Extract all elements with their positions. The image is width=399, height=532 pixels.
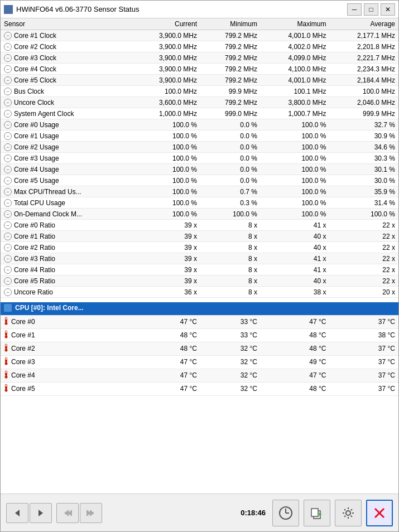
table-row: −Core #3 Usage100.0 %0.0 %100.0 %30.3 % <box>1 153 398 164</box>
table-row: −Core #1 Ratio39 x8 x40 x22 x <box>1 231 398 242</box>
table-row: Core #1 48 °C33 °C48 °C38 °C <box>1 328 398 342</box>
sensor-table: Sensor Current Minimum Maximum Average −… <box>1 18 398 396</box>
table-row: −Core #4 Clock3,900.0 MHz799.2 MHz4,100.… <box>1 64 398 75</box>
nav-back-button[interactable] <box>6 503 28 523</box>
current-value: 100.0 % <box>132 164 200 175</box>
maximum-value: 100.0 % <box>261 197 329 209</box>
minimum-value: 799.2 MHz <box>200 97 261 108</box>
svg-rect-0 <box>4 6 8 9</box>
close-button[interactable]: ✕ <box>381 3 395 16</box>
average-value: 22 x <box>329 242 398 253</box>
nav-skip-back-button[interactable] <box>56 503 79 523</box>
thermometer-icon <box>4 330 8 341</box>
col-maximum: Maximum <box>261 18 329 30</box>
maximize-button[interactable]: □ <box>364 3 378 16</box>
sensor-name-cell: −Max CPU/Thread Us... <box>1 186 132 197</box>
minimum-value: 799.2 MHz <box>200 75 261 86</box>
table-row: −Core #1 Clock3,900.0 MHz799.2 MHz4,001.… <box>1 30 398 41</box>
current-value: 48 °C <box>132 328 200 342</box>
maximum-value: 4,099.0 MHz <box>261 52 329 64</box>
row-icon: − <box>4 43 12 51</box>
row-icon: − <box>4 54 12 62</box>
minimum-value: 999.0 MHz <box>200 108 261 119</box>
svg-rect-1 <box>9 6 12 9</box>
sensor-name: Core #4 Ratio <box>14 266 55 274</box>
clock-button[interactable] <box>272 500 299 526</box>
maximum-value: 40 x <box>261 275 329 287</box>
table-row: −Uncore Ratio36 x8 x38 x20 x <box>1 287 398 298</box>
sensor-name-cell: −Core #1 Clock <box>1 30 132 41</box>
section-header-row: CPU [#0]: Intel Core... <box>1 302 398 316</box>
average-value: 37 °C <box>329 342 398 355</box>
current-value: 3,900.0 MHz <box>132 30 200 41</box>
sensor-name: Core #2 <box>11 345 35 352</box>
minimum-value: 100.0 % <box>200 209 261 220</box>
toolbar-time-display: 0:18:46 <box>241 509 266 517</box>
average-value: 31.4 % <box>329 197 398 209</box>
svg-rect-17 <box>6 373 7 376</box>
svg-rect-14 <box>6 360 7 362</box>
sensor-name-cell: −Total CPU Usage <box>1 197 132 209</box>
table-row: Core #0 47 °C33 °C47 °C37 °C <box>1 315 398 328</box>
close-app-button[interactable] <box>366 500 393 526</box>
sensor-name-cell: −Core #1 Ratio <box>1 231 132 242</box>
maximum-value: 40 x <box>261 231 329 242</box>
row-icon: − <box>4 143 12 151</box>
table-row: −System Agent Clock1,000.0 MHz999.0 MHz1… <box>1 108 398 119</box>
section-name: CPU [#0]: Intel Core... <box>15 304 84 312</box>
thermometer-icon <box>4 317 8 327</box>
svg-rect-8 <box>6 333 7 336</box>
minimum-value: 799.2 MHz <box>200 30 261 41</box>
maximum-value: 100.0 % <box>261 119 329 130</box>
sensor-name: Core #5 Clock <box>14 76 56 84</box>
current-value: 100.0 % <box>132 209 200 220</box>
svg-point-35 <box>346 511 350 515</box>
minimum-value: 0.0 % <box>200 130 261 142</box>
minimum-value: 799.2 MHz <box>200 64 261 75</box>
current-value: 3,900.0 MHz <box>132 41 200 52</box>
average-value: 22 x <box>329 231 398 242</box>
average-value: 38 °C <box>329 328 398 342</box>
maximum-value: 100.0 % <box>261 175 329 186</box>
current-value: 39 x <box>132 275 200 287</box>
copy-button[interactable] <box>304 500 330 526</box>
row-icon: − <box>4 244 12 252</box>
maximum-value: 100.0 % <box>261 209 329 220</box>
table-row: −Core #4 Ratio39 x8 x41 x22 x <box>1 264 398 275</box>
minimum-value: 8 x <box>200 242 261 253</box>
row-icon: − <box>4 154 12 162</box>
nav-skip-forward-button[interactable] <box>80 503 102 523</box>
svg-point-9 <box>5 335 8 338</box>
maximum-value: 38 x <box>261 287 329 298</box>
maximum-value: 48 °C <box>261 382 329 395</box>
table-row: Core #5 47 °C32 °C48 °C37 °C <box>1 382 398 395</box>
sensor-name: Uncore Clock <box>14 99 54 107</box>
average-value: 999.9 MHz <box>329 108 398 119</box>
minimum-value: 799.2 MHz <box>200 52 261 64</box>
table-row: −Core #5 Clock3,900.0 MHz799.2 MHz4,001.… <box>1 75 398 86</box>
row-icon: − <box>4 188 12 196</box>
sensor-name-cell: Core #5 <box>1 382 132 395</box>
svg-point-12 <box>5 349 8 351</box>
average-value: 30.3 % <box>329 153 398 164</box>
average-value: 2,221.7 MHz <box>329 52 398 64</box>
sensor-name-cell: −Core #3 Usage <box>1 153 132 164</box>
table-row: −Max CPU/Thread Us...100.0 %0.7 %100.0 %… <box>1 186 398 197</box>
average-value: 37 °C <box>329 382 398 395</box>
minimize-button[interactable]: ─ <box>347 3 362 16</box>
sensor-name: Core #3 Clock <box>14 54 56 62</box>
sensor-table-container[interactable]: Sensor Current Minimum Maximum Average −… <box>1 18 398 494</box>
current-value: 39 x <box>132 231 200 242</box>
sensor-name: Core #5 <box>11 385 35 393</box>
settings-button[interactable] <box>335 500 362 526</box>
current-value: 3,600.0 MHz <box>132 97 200 108</box>
average-value: 22 x <box>329 253 398 264</box>
sensor-name: Core #2 Usage <box>14 143 59 151</box>
row-icon: − <box>4 88 12 95</box>
svg-rect-20 <box>6 386 7 389</box>
sensor-name: Core #1 Clock <box>14 32 56 40</box>
maximum-value: 100.0 % <box>261 130 329 142</box>
minimum-value: 0.0 % <box>200 153 261 164</box>
minimum-value: 8 x <box>200 220 261 231</box>
nav-forward-button[interactable] <box>30 503 52 523</box>
